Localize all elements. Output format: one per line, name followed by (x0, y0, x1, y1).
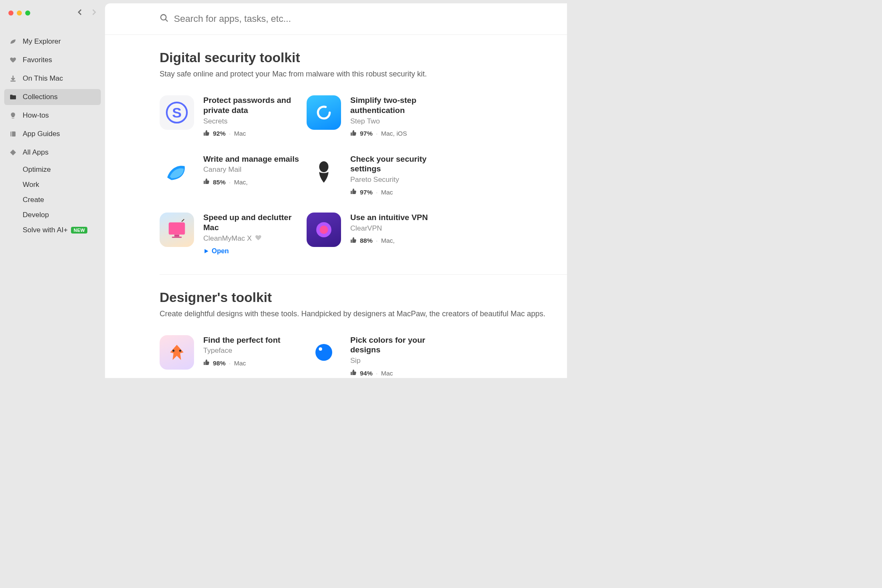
folder-icon (9, 93, 17, 101)
app-name: ClearVPN (350, 224, 428, 233)
svg-rect-9 (172, 236, 181, 238)
app-meta: 98% · Mac (203, 359, 281, 367)
leaf-icon (9, 38, 17, 45)
app-name: Step Two (350, 117, 454, 126)
app-title: Use an intuitive VPN (350, 213, 428, 223)
app-icon (307, 335, 341, 370)
nav-forward-button[interactable] (91, 8, 97, 18)
app-icon (307, 213, 341, 247)
svg-point-16 (319, 347, 322, 351)
svg-point-12 (320, 226, 328, 234)
diamond-icon (9, 149, 17, 156)
svg-point-14 (179, 349, 181, 352)
section-digital-security: Digital security toolkit Stay safe onlin… (160, 35, 567, 275)
download-icon (9, 75, 17, 82)
app-card-typeface[interactable]: Find the perfect font Typeface 98% · Mac (160, 335, 307, 377)
search-icon (160, 13, 169, 24)
main-pane: Digital security toolkit Stay safe onlin… (105, 3, 567, 378)
sidebar-item-on-this-mac[interactable]: On This Mac (4, 71, 101, 87)
app-title: Find the perfect font (203, 335, 281, 345)
svg-point-5 (318, 107, 330, 118)
app-meta: 97% · Mac, iOS (350, 130, 454, 137)
sidebar-subitem-develop[interactable]: Develop (4, 208, 101, 222)
svg-point-2 (161, 15, 166, 20)
open-button[interactable]: Open (203, 247, 307, 255)
section-title: Designer's toolkit (160, 290, 567, 305)
search-input[interactable] (174, 13, 384, 24)
app-card-clearvpn[interactable]: Use an intuitive VPN ClearVPN 88% · Mac, (307, 213, 454, 255)
app-title: Simplify two-step authentication (350, 95, 454, 116)
app-name: Typeface (203, 346, 281, 355)
svg-rect-8 (174, 235, 179, 237)
app-name: Pareto Security (350, 176, 454, 184)
sidebar-item-app-guides[interactable]: App Guides (4, 126, 101, 142)
app-icon (307, 154, 341, 189)
fullscreen-window-button[interactable] (25, 10, 30, 16)
sidebar-item-collections[interactable]: Collections (4, 89, 101, 105)
section-title: Digital security toolkit (160, 50, 567, 66)
app-meta: 97% · Mac (350, 188, 454, 196)
app-card-sip[interactable]: Pick colors for your designs Sip 94% · M… (307, 335, 454, 377)
thumbs-up-icon (350, 130, 357, 137)
search-row (105, 3, 567, 35)
favorite-heart-icon[interactable] (255, 234, 262, 243)
sidebar-subitem-solve-with-ai[interactable]: Solve with AI+ NEW (4, 223, 101, 237)
sidebar-subitem-create[interactable]: Create (4, 193, 101, 207)
svg-point-6 (319, 161, 328, 172)
app-card-secrets[interactable]: S Protect passwords and private data Sec… (160, 95, 307, 137)
app-meta: 94% · Mac (350, 369, 454, 377)
app-icon (307, 95, 341, 130)
svg-point-15 (315, 344, 332, 361)
svg-rect-0 (10, 131, 16, 136)
sidebar-item-label: How-tos (23, 111, 49, 120)
section-designers-toolkit: Designer's toolkit Create delightful des… (160, 275, 567, 378)
app-card-cleanmymac-x[interactable]: Speed up and declutter Mac CleanMyMac X … (160, 213, 307, 255)
book-icon (9, 130, 17, 138)
app-name: Secrets (203, 117, 307, 126)
app-card-canary-mail[interactable]: Write and manage emails Canary Mail 85% … (160, 154, 307, 196)
app-meta: 92% · Mac (203, 130, 307, 137)
thumbs-up-icon (350, 369, 357, 377)
thumbs-up-icon (203, 130, 210, 137)
app-icon (160, 213, 194, 247)
sidebar-subitem-work[interactable]: Work (4, 178, 101, 192)
sidebar-item-favorites[interactable]: Favorites (4, 52, 101, 68)
nav-back-button[interactable] (76, 8, 83, 18)
app-card-step-two[interactable]: Simplify two-step authentication Step Tw… (307, 95, 454, 137)
sidebar: My Explorer Favorites On This Mac Collec… (0, 0, 105, 378)
app-card-pareto-security[interactable]: Check your security settings Pareto Secu… (307, 154, 454, 196)
thumbs-up-icon (203, 178, 210, 186)
sidebar-item-label: Collections (23, 93, 58, 101)
sidebar-item-label: All Apps (23, 148, 48, 157)
app-icon (160, 154, 194, 189)
app-icon: S (160, 95, 194, 130)
svg-rect-1 (11, 131, 12, 136)
sidebar-item-all-apps[interactable]: All Apps (4, 144, 101, 160)
section-subtitle: Create delightful designs with these too… (160, 310, 567, 318)
app-icon (160, 335, 194, 370)
app-name: Sip (350, 357, 454, 365)
app-title: Pick colors for your designs (350, 335, 454, 355)
app-meta: 85% · Mac, (203, 178, 299, 186)
sidebar-item-my-explorer[interactable]: My Explorer (4, 34, 101, 50)
svg-text:S: S (172, 105, 182, 121)
sidebar-item-label: On This Mac (23, 74, 63, 83)
app-name: Canary Mail (203, 165, 299, 174)
sidebar-nav: My Explorer Favorites On This Mac Collec… (0, 34, 105, 237)
app-meta: 88% · Mac, (350, 237, 428, 244)
thumbs-up-icon (350, 237, 357, 244)
sidebar-item-label: App Guides (23, 130, 60, 138)
heart-icon (9, 56, 17, 64)
thumbs-up-icon (203, 359, 210, 367)
minimize-window-button[interactable] (17, 10, 22, 16)
app-title: Check your security settings (350, 154, 454, 174)
app-title: Write and manage emails (203, 154, 299, 164)
thumbs-up-icon (350, 188, 357, 196)
section-subtitle: Stay safe online and protect your Mac fr… (160, 70, 567, 79)
sidebar-item-how-tos[interactable]: How-tos (4, 108, 101, 123)
sidebar-subitem-optimize[interactable]: Optimize (4, 163, 101, 176)
bulb-icon (9, 112, 17, 119)
close-window-button[interactable] (8, 10, 13, 16)
app-title: Speed up and declutter Mac (203, 213, 307, 233)
window-controls (0, 8, 105, 18)
